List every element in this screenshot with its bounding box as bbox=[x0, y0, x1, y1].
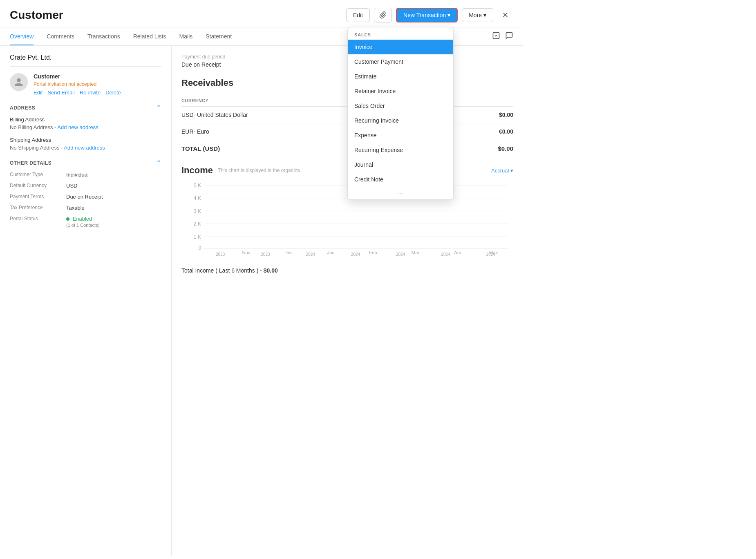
dropdown-scrollable: SALES Invoice Customer Payment Estimate … bbox=[348, 27, 453, 187]
income-subtitle: This chart is displayed in the organiza bbox=[218, 168, 300, 173]
tab-overview[interactable]: Overview bbox=[10, 27, 34, 45]
portal-status-label: Portal Status bbox=[10, 216, 63, 228]
page-title: Customer bbox=[10, 9, 63, 22]
dropdown-item-recurring-invoice[interactable]: Recurring Invoice bbox=[348, 113, 453, 128]
svg-text:5 K: 5 K bbox=[194, 183, 201, 188]
company-name: Crate Pvt. Ltd. bbox=[10, 54, 161, 67]
portal-warning: Portal invitation not accepted bbox=[34, 81, 121, 87]
dropdown-item-customer-payment[interactable]: Customer Payment bbox=[348, 54, 453, 69]
avatar bbox=[10, 73, 28, 91]
chat-icon[interactable] bbox=[505, 31, 513, 42]
other-details-toggle[interactable]: ⌃ bbox=[156, 159, 161, 167]
tax-preference-label: Tax Preference bbox=[10, 205, 63, 211]
chart-x-label-mar-year: 2024 bbox=[396, 252, 405, 257]
dropdown-item-retainer-invoice[interactable]: Retainer Invoice bbox=[348, 84, 453, 98]
svg-text:0: 0 bbox=[198, 245, 201, 251]
chart-x-label-jan-year: 2024 bbox=[306, 252, 315, 257]
left-panel: Crate Pvt. Ltd. Customer Portal invitati… bbox=[0, 46, 172, 556]
edit-button[interactable]: Edit bbox=[346, 8, 370, 22]
svg-text:Dec: Dec bbox=[284, 250, 293, 254]
chart-x-label-nov-year: 2023 bbox=[216, 252, 225, 257]
dropdown-section-label: SALES bbox=[348, 27, 453, 40]
svg-text:Nov: Nov bbox=[242, 250, 250, 254]
dropdown-item-recurring-expense[interactable]: Recurring Expense bbox=[348, 143, 453, 157]
default-currency-value: USD bbox=[66, 183, 161, 189]
total-income: Total Income ( Last 6 Months ) - $0.00 bbox=[181, 267, 513, 274]
contact-info: Customer Portal invitation not accepted … bbox=[34, 73, 121, 96]
svg-text:1 K: 1 K bbox=[194, 234, 201, 240]
tab-icons bbox=[492, 31, 513, 42]
svg-text:4 K: 4 K bbox=[194, 195, 201, 201]
portal-status-value: Enabled (1 of 1 Contacts) bbox=[66, 216, 161, 228]
details-grid: Customer Type Individual Default Currenc… bbox=[10, 172, 161, 228]
address-toggle[interactable]: ⌃ bbox=[156, 104, 161, 112]
contact-name: Customer bbox=[34, 73, 121, 80]
dropdown-item-sales-order[interactable]: Sales Order bbox=[348, 98, 453, 113]
income-title: Income bbox=[181, 165, 213, 176]
tax-preference-value: Taxable bbox=[66, 205, 161, 211]
new-transaction-button[interactable]: New Transaction ▾ bbox=[396, 8, 458, 22]
other-details-section-header: OTHER DETAILS ⌃ bbox=[10, 159, 161, 167]
more-button[interactable]: More ▾ bbox=[462, 8, 493, 22]
contact-delete-link[interactable]: Delete bbox=[105, 89, 121, 96]
contact-links: Edit Send Email Re-invite Delete bbox=[34, 89, 121, 96]
billing-address-block: Billing Address No Billing Address - Add… bbox=[10, 116, 161, 130]
page-header: Customer Edit New Transaction ▾ More ▾ ✕ bbox=[0, 0, 523, 27]
address-section-title: ADDRESS bbox=[10, 105, 35, 111]
svg-text:2 K: 2 K bbox=[194, 221, 201, 227]
chart-x-label-dec-year: 2023 bbox=[261, 252, 270, 257]
header-actions: Edit New Transaction ▾ More ▾ ✕ bbox=[346, 7, 513, 23]
svg-text:3 K: 3 K bbox=[194, 208, 201, 214]
contact-send-email-link[interactable]: Send Email bbox=[47, 89, 74, 96]
attachment-button[interactable] bbox=[374, 8, 392, 22]
dropdown-item-expense[interactable]: Expense bbox=[348, 128, 453, 143]
customer-type-label: Customer Type bbox=[10, 172, 63, 178]
tab-mails[interactable]: Mails bbox=[179, 27, 193, 45]
customer-type-value: Individual bbox=[66, 172, 161, 178]
svg-text:Jan: Jan bbox=[327, 250, 334, 254]
other-details-title: OTHER DETAILS bbox=[10, 160, 51, 166]
address-section-header: ADDRESS ⌃ bbox=[10, 104, 161, 112]
shipping-address-value: No Shipping Address - Add new address bbox=[10, 145, 161, 151]
shipping-add-link[interactable]: Add new address bbox=[64, 145, 105, 151]
tab-comments[interactable]: Comments bbox=[47, 27, 74, 45]
shipping-address-label: Shipping Address bbox=[10, 137, 161, 143]
contact-card: Customer Portal invitation not accepted … bbox=[10, 73, 161, 96]
contact-edit-link[interactable]: Edit bbox=[34, 89, 42, 96]
tab-statement[interactable]: Statement bbox=[206, 27, 232, 45]
chart-x-label-apr-year: 2024 bbox=[441, 252, 450, 257]
svg-text:Apr: Apr bbox=[454, 250, 461, 254]
contact-reinvite-link[interactable]: Re-invite bbox=[80, 89, 101, 96]
dropdown-item-invoice[interactable]: Invoice bbox=[348, 40, 453, 54]
default-currency-label: Default Currency bbox=[10, 183, 63, 189]
tab-transactions[interactable]: Transactions bbox=[87, 27, 120, 45]
shipping-address-block: Shipping Address No Shipping Address - A… bbox=[10, 137, 161, 151]
new-transaction-dropdown: SALES Invoice Customer Payment Estimate … bbox=[347, 27, 454, 200]
svg-text:Feb: Feb bbox=[369, 250, 377, 254]
tab-related-lists[interactable]: Related Lists bbox=[133, 27, 166, 45]
dropdown-item-credit-note[interactable]: Credit Note bbox=[348, 172, 453, 187]
chart-x-label-may-year: 2024 bbox=[486, 252, 495, 257]
payment-terms-value: Due on Receipt bbox=[66, 194, 161, 200]
chart-x-label-feb-year: 2024 bbox=[351, 252, 360, 257]
checklist-icon[interactable] bbox=[492, 31, 500, 42]
dropdown-item-estimate[interactable]: Estimate bbox=[348, 69, 453, 84]
close-button[interactable]: ✕ bbox=[497, 7, 513, 23]
svg-text:Mar: Mar bbox=[412, 250, 420, 254]
billing-address-value: No Billing Address - Add new address bbox=[10, 124, 161, 130]
accrual-button[interactable]: Accrual ▾ bbox=[491, 168, 513, 174]
billing-address-label: Billing Address bbox=[10, 116, 161, 123]
payment-terms-label: Payment Terms bbox=[10, 194, 63, 200]
dropdown-item-journal[interactable]: Journal bbox=[348, 157, 453, 172]
billing-add-link[interactable]: Add new address bbox=[57, 124, 98, 130]
